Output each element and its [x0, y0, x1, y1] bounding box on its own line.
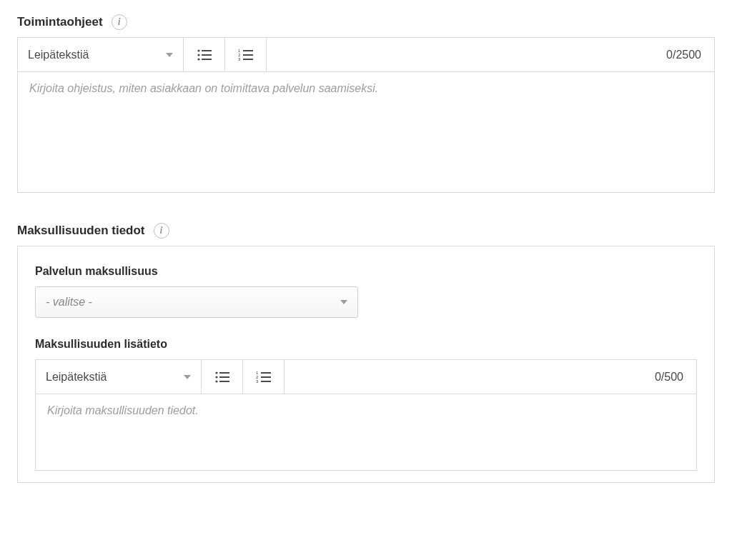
format-dropdown[interactable]: Leipätekstiä [36, 360, 202, 394]
svg-rect-5 [202, 59, 212, 60]
section-title-toimintaohjeet: Toimintaohjeet [17, 15, 103, 29]
svg-rect-17 [219, 381, 229, 382]
bullet-list-icon [197, 49, 212, 61]
numbered-list-icon: 1 2 3 [238, 49, 254, 61]
svg-point-14 [215, 376, 217, 378]
svg-text:3: 3 [256, 379, 259, 384]
svg-rect-19 [261, 372, 271, 374]
chevron-down-icon [340, 300, 347, 304]
info-icon[interactable]: i [154, 223, 169, 239]
svg-rect-3 [202, 54, 212, 56]
svg-rect-9 [243, 54, 253, 56]
bullet-list-button[interactable] [202, 360, 243, 394]
svg-rect-21 [261, 376, 271, 378]
svg-point-12 [215, 371, 217, 374]
palvelun-maksullisuus-select[interactable]: - valitse - [35, 286, 358, 318]
editor-toolbar: Leipätekstiä 1 2 3 0/2500 [18, 38, 714, 72]
format-dropdown-label: Leipätekstiä [28, 49, 89, 61]
svg-rect-1 [202, 50, 212, 51]
bullet-list-button[interactable] [184, 38, 225, 71]
svg-rect-23 [261, 381, 271, 382]
info-icon[interactable]: i [112, 14, 127, 30]
svg-point-16 [215, 380, 217, 382]
svg-rect-11 [243, 59, 253, 60]
maksullisuuden-panel: Palvelun maksullisuus - valitse - Maksul… [17, 246, 715, 483]
svg-rect-7 [243, 50, 253, 51]
svg-text:3: 3 [238, 57, 241, 61]
editor-textarea[interactable]: Kirjoita maksullisuuden tiedot. [36, 394, 696, 470]
format-dropdown-label: Leipätekstiä [46, 371, 107, 384]
field-label-palvelun-maksullisuus: Palvelun maksullisuus [35, 265, 697, 278]
svg-point-4 [197, 58, 199, 60]
svg-point-0 [197, 49, 199, 51]
svg-point-2 [197, 54, 199, 56]
char-count: 0/2500 [653, 38, 714, 71]
select-value: - valitse - [46, 296, 92, 309]
format-dropdown[interactable]: Leipätekstiä [18, 38, 184, 71]
numbered-list-icon: 1 2 3 [256, 371, 272, 384]
numbered-list-button[interactable]: 1 2 3 [225, 38, 267, 71]
section-title-maksullisuuden: Maksullisuuden tiedot [17, 224, 145, 238]
chevron-down-icon [166, 53, 173, 57]
chevron-down-icon [184, 375, 191, 379]
svg-rect-15 [219, 376, 229, 378]
lisatieto-editor-panel: Leipätekstiä 1 [35, 359, 697, 471]
numbered-list-button[interactable]: 1 2 3 [243, 360, 285, 394]
toimintaohjeet-editor-panel: Leipätekstiä 1 2 3 0/2500 [17, 37, 715, 193]
editor-textarea[interactable]: Kirjoita ohjeistus, miten asiakkaan on t… [18, 72, 714, 192]
field-label-lisatieto: Maksullisuuden lisätieto [35, 338, 697, 351]
bullet-list-icon [214, 371, 230, 384]
char-count: 0/500 [642, 360, 696, 394]
svg-rect-13 [219, 372, 229, 374]
editor-toolbar: Leipätekstiä 1 [36, 360, 696, 394]
